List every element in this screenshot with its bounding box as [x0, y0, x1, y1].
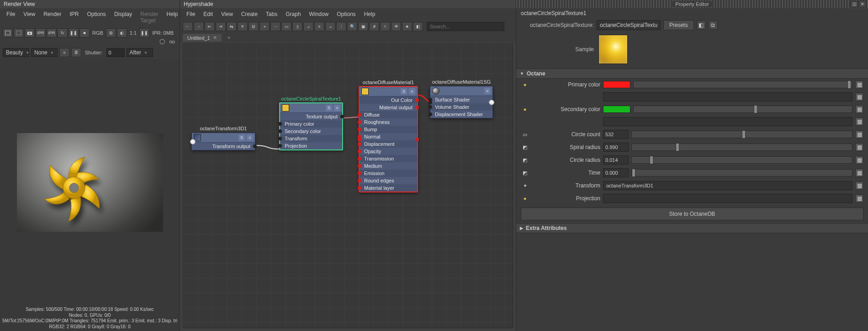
- value-input[interactable]: [603, 155, 629, 165]
- stop-button[interactable]: ■: [79, 28, 90, 37]
- menu-display[interactable]: Display: [111, 10, 136, 25]
- nav-fwd-icon[interactable]: →: [194, 22, 204, 31]
- in-medium[interactable]: Medium: [360, 162, 417, 170]
- map-button[interactable]: ▦: [855, 93, 863, 101]
- close-icon[interactable]: ✕: [859, 1, 866, 7]
- ipr-pause-icon[interactable]: ❚❚: [139, 28, 149, 37]
- menu-help[interactable]: Help: [163, 10, 182, 25]
- hs-menu-file[interactable]: File: [183, 10, 199, 18]
- port-in[interactable]: [358, 164, 361, 168]
- port-out[interactable]: [415, 106, 419, 109]
- hs-menu-window[interactable]: Window: [306, 10, 333, 18]
- in-opacity[interactable]: Opacity: [360, 148, 417, 155]
- ipr-region-icon[interactable]: IPR: [47, 28, 57, 37]
- hs-menu-create[interactable]: Create: [238, 10, 261, 18]
- graph-out-icon[interactable]: ⇥: [216, 22, 226, 31]
- color-field[interactable]: [603, 92, 852, 101]
- search-input[interactable]: [427, 22, 504, 31]
- bars-icon[interactable]: ≡: [409, 88, 415, 95]
- port-in[interactable]: [278, 144, 282, 148]
- map-button[interactable]: ▦: [855, 169, 863, 177]
- menu-options[interactable]: Options: [84, 10, 110, 25]
- map-button[interactable]: ▦: [855, 156, 863, 164]
- value-input[interactable]: [603, 143, 629, 152]
- bars-icon[interactable]: ≡: [247, 134, 253, 141]
- value-input[interactable]: [603, 181, 852, 190]
- map-button[interactable]: ▦: [855, 130, 863, 139]
- copy-tab-icon[interactable]: ⧉: [709, 21, 718, 30]
- pass-dropdown[interactable]: Beauty▼: [3, 48, 29, 57]
- map-button[interactable]: ▦: [855, 182, 863, 190]
- snap-icon[interactable]: ✧: [380, 22, 390, 31]
- out-material[interactable]: Material output: [360, 104, 417, 111]
- snapshot-icon[interactable]: [25, 28, 35, 37]
- isolate-icon[interactable]: ◧: [413, 22, 423, 31]
- port-in[interactable]: [358, 135, 361, 139]
- in-transform[interactable]: Transform: [280, 135, 342, 142]
- port-in[interactable]: [429, 98, 432, 101]
- bookmark-icon[interactable]: ★: [402, 22, 412, 31]
- in-normal[interactable]: Normal: [360, 133, 417, 140]
- section-extra-attrs[interactable]: ▶Extra Attributes: [516, 223, 868, 233]
- slider[interactable]: [631, 156, 852, 164]
- channel-toggle-icon[interactable]: ⊞: [106, 28, 116, 37]
- slider[interactable]: [631, 144, 852, 151]
- store-button[interactable]: Store to OctaneDB: [521, 208, 863, 220]
- port-in[interactable]: [358, 128, 361, 131]
- port-out[interactable]: [340, 115, 344, 118]
- s-icon[interactable]: S: [401, 88, 407, 95]
- in-displacement-shader[interactable]: Displacement Shader: [430, 111, 492, 118]
- add-tab-button[interactable]: ＋: [223, 34, 234, 42]
- hs-menu-tabs[interactable]: Tabs: [262, 10, 281, 18]
- port-in[interactable]: [358, 179, 361, 182]
- node-circle-spiral-texture[interactable]: octaneCircleSpiralTexture1 S≡ Texture ou…: [279, 102, 343, 150]
- in-diffuse[interactable]: Diffuse: [360, 111, 417, 118]
- map-button[interactable]: ▦: [855, 194, 863, 203]
- ipr-start-icon[interactable]: IPR: [36, 28, 46, 37]
- port-in[interactable]: [278, 129, 282, 133]
- exposure-icon[interactable]: ◐: [117, 28, 127, 37]
- port-in[interactable]: [358, 113, 361, 117]
- out-transform[interactable]: Transform output: [192, 143, 255, 150]
- name-input[interactable]: [597, 20, 661, 30]
- in-emission[interactable]: Emission: [360, 170, 417, 177]
- port-out[interactable]: [415, 98, 419, 102]
- ipr-refresh-icon[interactable]: ↻: [58, 28, 68, 37]
- graph-both-icon[interactable]: ⇆: [227, 22, 237, 31]
- slider[interactable]: [633, 81, 852, 88]
- pause-button[interactable]: ❚❚: [69, 28, 79, 37]
- shutter-input[interactable]: [106, 48, 125, 57]
- align-center-icon[interactable]: ≡: [314, 22, 324, 31]
- node-graph[interactable]: octaneTransform3D1 S≡ Transform output o…: [183, 43, 513, 328]
- radio-no[interactable]: ◯: [158, 38, 167, 44]
- bars-icon[interactable]: ≡: [334, 105, 340, 111]
- slider[interactable]: [633, 106, 852, 113]
- layout-1-icon[interactable]: ▭: [281, 22, 291, 31]
- map-button[interactable]: ▦: [855, 105, 863, 113]
- port-in[interactable]: [278, 137, 282, 140]
- port-in[interactable]: [358, 157, 361, 160]
- port-out[interactable]: [253, 144, 257, 148]
- in-volume-shader[interactable]: Volume Shader: [430, 103, 492, 111]
- show-hide-icon[interactable]: ◧: [697, 21, 706, 30]
- port-in[interactable]: [358, 186, 361, 190]
- grid-toggle-icon[interactable]: ＃: [369, 22, 379, 31]
- node-transform3d[interactable]: octaneTransform3D1 S≡ Transform output: [191, 133, 255, 150]
- hs-menu-graph[interactable]: Graph: [282, 10, 304, 18]
- value-input[interactable]: [603, 130, 629, 139]
- hs-menu-view[interactable]: View: [217, 10, 237, 18]
- in-material-layer[interactable]: Material layer: [360, 184, 417, 192]
- remove-selected-icon[interactable]: －: [270, 22, 281, 31]
- graph-tab[interactable]: Untitled_1 ✕: [183, 34, 222, 42]
- menu-ipr[interactable]: IPR: [66, 10, 83, 25]
- shutter-mode-dropdown[interactable]: After▼: [127, 48, 153, 57]
- in-bump[interactable]: Bump: [360, 126, 417, 133]
- s-icon[interactable]: S: [326, 105, 332, 111]
- port-in[interactable]: [358, 149, 361, 153]
- hs-menu-edit[interactable]: Edit: [200, 10, 217, 18]
- port-in[interactable]: [429, 105, 432, 109]
- map-button[interactable]: ▦: [855, 143, 863, 151]
- layout-2-icon[interactable]: ▯: [292, 22, 302, 31]
- in-roughness[interactable]: Roughness: [360, 118, 417, 126]
- close-tab-icon[interactable]: ✕: [213, 35, 217, 41]
